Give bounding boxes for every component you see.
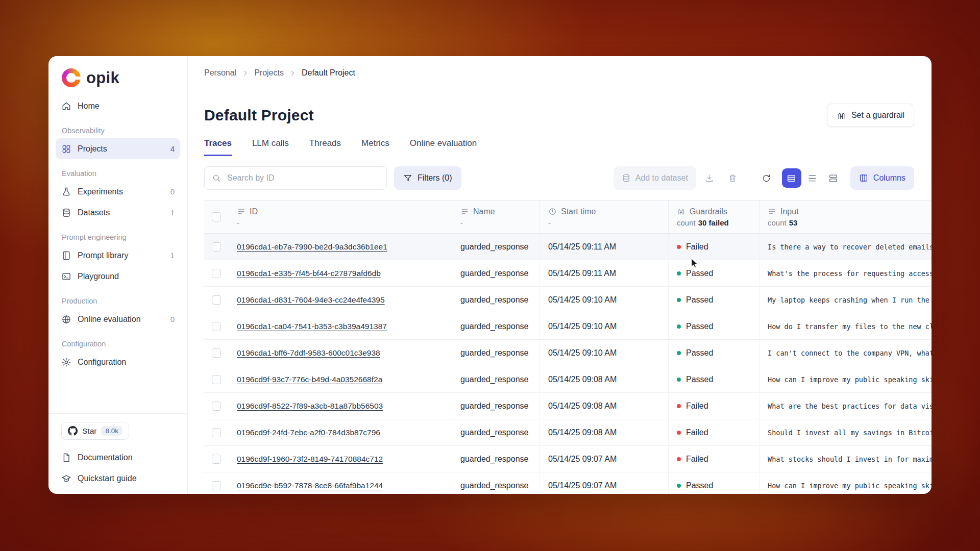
breadcrumb-item-personal[interactable]: Personal	[204, 68, 236, 78]
trace-input: How can I improve my public speaking ski…	[760, 366, 932, 392]
tab-traces[interactable]: Traces	[204, 138, 232, 156]
sidebar-item-prompt-library[interactable]: Prompt library 1	[56, 245, 180, 266]
rows-compact-icon	[787, 173, 796, 183]
table-row[interactable]: 0196cd9f-24fd-7ebc-a2f0-784d3b87c796 gua…	[204, 419, 932, 446]
status-dot	[677, 271, 681, 276]
trace-id-link[interactable]: 0196cd9f-93c7-776c-b49d-4a0352668f2a	[237, 375, 382, 384]
sidebar-item-playground[interactable]: Playground	[56, 266, 180, 287]
trace-id-link[interactable]: 0196cda1-ca04-7541-b353-c3b39a491387	[237, 322, 387, 331]
trace-start-time: 05/14/25 09:11 AM	[540, 260, 669, 286]
table-row[interactable]: 0196cda1-e335-7f45-bf44-c27879afd6db gua…	[204, 260, 932, 287]
sidebar-item-documentation[interactable]: Documentation	[56, 447, 180, 468]
trace-id-link[interactable]: 0196cda1-eb7a-7990-be2d-9a3dc36b1ee1	[237, 242, 387, 252]
section-label-configuration: Configuration	[62, 340, 174, 348]
select-all-checkbox[interactable]	[212, 212, 221, 221]
row-checkbox[interactable]	[212, 455, 221, 464]
toolbar-right: Add to dataset	[614, 166, 914, 190]
guardrail-icon	[837, 111, 846, 120]
sidebar-item-count: 1	[170, 251, 175, 260]
view-toggle-compact[interactable]	[782, 168, 801, 188]
opik-logo[interactable]: opik	[48, 56, 187, 95]
guardrail-status: Failed	[669, 393, 760, 419]
table-row[interactable]: 0196cda1-d831-7604-94e3-cc24e4fe4395 gua…	[204, 287, 932, 313]
trace-name: guarded_response	[452, 366, 540, 392]
sidebar-nav: Home Observability Projects 4 Evaluation…	[48, 95, 187, 372]
col-header-guardrails[interactable]: Guardrails count30 failed	[669, 201, 760, 233]
refresh-button[interactable]	[756, 168, 777, 188]
table-row[interactable]: 0196cd9f-8522-7f89-a3cb-81a87bb56503 gua…	[204, 393, 932, 419]
guardrail-status: Passed	[669, 340, 760, 366]
rows-cards-icon	[828, 173, 838, 183]
row-checkbox[interactable]	[212, 295, 221, 305]
sidebar-item-online-evaluation[interactable]: Online evaluation 0	[56, 309, 180, 330]
col-header-id[interactable]: ID -	[229, 201, 452, 233]
trace-name: guarded_response	[452, 393, 540, 419]
status-dot	[677, 484, 681, 488]
export-download-button[interactable]	[699, 168, 720, 188]
clock-icon	[548, 207, 557, 216]
trace-id-link[interactable]: 0196cd9f-1960-73f2-8149-74170884c712	[237, 455, 383, 464]
table-row[interactable]: 0196cd9e-b592-7878-8ce8-66faf9ba1244 gua…	[204, 472, 932, 494]
row-checkbox[interactable]	[212, 269, 221, 278]
trace-input: How can I improve my public speaking ski…	[760, 472, 932, 494]
row-checkbox[interactable]	[212, 348, 221, 358]
table-row[interactable]: 0196cda1-bff6-7ddf-9583-600c01c3e938 gua…	[204, 340, 932, 366]
row-checkbox[interactable]	[212, 481, 221, 490]
sidebar-item-quickstart-guide[interactable]: Quickstart guide	[56, 468, 180, 489]
tab-online-evaluation[interactable]: Online evaluation	[410, 138, 477, 156]
add-to-dataset-label: Add to dataset	[635, 173, 688, 183]
guardrail-status: Passed	[669, 472, 760, 494]
table-row[interactable]: 0196cda1-eb7a-7990-be2d-9a3dc36b1ee1 gua…	[204, 234, 932, 260]
trace-name: guarded_response	[452, 234, 540, 260]
guardrails-column-icon	[677, 207, 685, 216]
trace-id-link[interactable]: 0196cda1-d831-7604-94e3-cc24e4fe4395	[237, 295, 385, 305]
filters-button[interactable]: Filters (0)	[394, 166, 461, 190]
table-row[interactable]: 0196cd9f-93c7-776c-b49d-4a0352668f2a gua…	[204, 366, 932, 393]
sidebar-item-configuration[interactable]: Configuration	[56, 352, 180, 372]
view-toggle-cards[interactable]	[824, 168, 843, 188]
guardrail-status: Passed	[669, 366, 760, 392]
section-label-observability: Observability	[62, 127, 174, 135]
sidebar-item-label: Quickstart guide	[78, 474, 137, 483]
input-column-icon	[768, 207, 776, 216]
col-header-start-time[interactable]: Start time -	[540, 201, 669, 233]
col-header-input[interactable]: Input count53	[760, 201, 932, 233]
trace-id-link[interactable]: 0196cd9f-24fd-7ebc-a2f0-784d3b87c796	[237, 428, 380, 437]
tab-metrics[interactable]: Metrics	[361, 138, 389, 156]
tab-llm-calls[interactable]: LLM calls	[252, 138, 289, 156]
trace-id-link[interactable]: 0196cd9e-b592-7878-8ce8-66faf9ba1244	[237, 481, 383, 490]
row-checkbox[interactable]	[212, 402, 221, 411]
github-star-button[interactable]: Star 8.0k	[61, 422, 129, 440]
row-checkbox[interactable]	[212, 375, 221, 384]
row-checkbox[interactable]	[212, 428, 221, 437]
prompt-library-book-icon	[61, 251, 71, 261]
sidebar-item-datasets[interactable]: Datasets 1	[56, 202, 180, 223]
table-row[interactable]: 0196cd9f-1960-73f2-8149-74170884c712 gua…	[204, 446, 932, 472]
row-checkbox[interactable]	[212, 242, 221, 252]
guardrail-status: Passed	[669, 260, 760, 286]
set-guardrail-button[interactable]: Set a guardrail	[827, 104, 914, 127]
github-icon	[68, 426, 78, 436]
sidebar-item-experiments[interactable]: Experiments 0	[56, 181, 180, 202]
trace-input: What are the best practices for data vis…	[760, 393, 932, 419]
status-dot	[677, 351, 681, 355]
delete-button[interactable]	[723, 168, 743, 188]
trace-id-link[interactable]: 0196cda1-bff6-7ddf-9583-600c01c3e938	[237, 348, 380, 358]
sidebar-item-projects[interactable]: Projects 4	[56, 138, 180, 159]
configuration-gear-icon	[61, 357, 71, 367]
row-checkbox[interactable]	[212, 322, 221, 331]
columns-button[interactable]: Columns	[850, 166, 914, 190]
col-header-name[interactable]: Name -	[452, 201, 540, 233]
trace-id-link[interactable]: 0196cda1-e335-7f45-bf44-c27879afd6db	[237, 269, 381, 278]
sidebar-item-home[interactable]: Home	[56, 95, 180, 116]
status-dot	[677, 431, 681, 435]
trace-input: Should I invest all my savings in Bitcoi…	[760, 419, 932, 445]
tab-threads[interactable]: Threads	[309, 138, 341, 156]
trace-input: Is there a way to recover deleted emails…	[760, 234, 932, 260]
view-toggle-list[interactable]	[803, 168, 822, 188]
breadcrumb-item-projects[interactable]: Projects	[254, 68, 284, 78]
add-to-dataset-button[interactable]: Add to dataset	[614, 166, 696, 190]
trace-id-link[interactable]: 0196cd9f-8522-7f89-a3cb-81a87bb56503	[237, 402, 383, 411]
search-input[interactable]	[226, 173, 379, 183]
table-row[interactable]: 0196cda1-ca04-7541-b353-c3b39a491387 gua…	[204, 313, 932, 340]
